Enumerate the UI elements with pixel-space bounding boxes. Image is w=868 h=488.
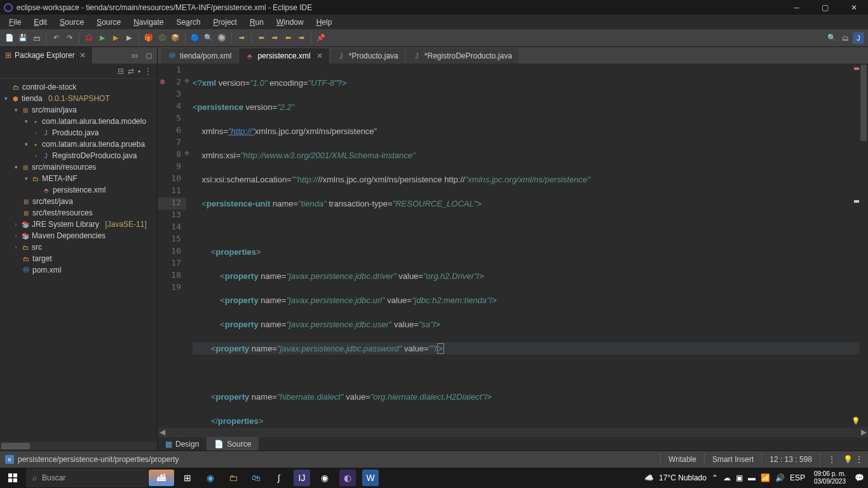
tray-chevron-icon[interactable]: ⌃ <box>712 473 718 482</box>
tree-item-resources[interactable]: src/main/resources <box>32 163 96 172</box>
maximize-button[interactable]: ▢ <box>811 0 839 15</box>
wifi-icon[interactable]: 📶 <box>761 473 770 482</box>
menu-project[interactable]: Project <box>208 16 242 29</box>
design-tab[interactable]: ▦Design <box>158 437 207 451</box>
view-menu-icon[interactable]: ⋮ <box>144 67 152 76</box>
close-button[interactable]: ✕ <box>839 0 868 15</box>
tree-item-tienda[interactable]: tienda <box>22 94 43 103</box>
tree-item-testjava[interactable]: src/test/java <box>32 197 73 206</box>
undo-button[interactable]: ↶ <box>50 32 62 44</box>
search-button[interactable]: 🔍 <box>203 32 214 44</box>
tree-item-target[interactable]: target <box>32 254 52 263</box>
status-more[interactable]: ⋮ <box>855 455 863 464</box>
intellij-icon[interactable]: IJ <box>294 470 310 486</box>
nav-fwd-button[interactable]: ➡ <box>295 32 307 44</box>
taskbar-clock[interactable]: 09:06 p. m. 03/09/2023 <box>810 470 850 485</box>
tip-icon[interactable]: 💡 <box>843 455 853 464</box>
menu-navigate[interactable]: Navigate <box>128 16 168 29</box>
redo-button[interactable]: ↷ <box>64 32 75 44</box>
editor-vscroll[interactable] <box>859 64 868 428</box>
project-tree[interactable]: 🗀control-de-stock ▾⬢tienda 0.0.1-SNAPSHO… <box>0 79 157 442</box>
taskview-icon[interactable]: ⊞ <box>179 470 196 486</box>
close-tab-button[interactable]: ✕ <box>316 51 323 60</box>
menu-file[interactable]: File <box>4 16 26 29</box>
collapse-all-icon[interactable]: ⊟ <box>118 67 124 76</box>
tree-item-jre[interactable]: JRE System Library <box>32 220 99 229</box>
skip-button[interactable]: ➡ <box>236 32 247 44</box>
tab-producto[interactable]: J*Producto.java <box>330 48 405 64</box>
tree-item-control[interactable]: control-de-stock <box>22 83 76 92</box>
pin-button[interactable]: 📌 <box>315 32 327 44</box>
tree-item-src[interactable]: src <box>32 243 42 252</box>
explorer-icon[interactable]: 🗀 <box>225 470 241 486</box>
app-icon[interactable]: ∫ <box>271 470 287 486</box>
notifications-icon[interactable]: 💬 <box>855 473 864 482</box>
menu-run[interactable]: Run <box>245 16 269 29</box>
tab-registro[interactable]: J*RegistroDeProducto.java <box>406 48 519 64</box>
forward-button[interactable]: ➡ <box>269 32 280 44</box>
back-button[interactable]: ⬅ <box>255 32 267 44</box>
tree-item-mavendep[interactable]: Maven Dependencies <box>32 231 105 240</box>
eclipse-taskbar-icon[interactable]: ◐ <box>339 470 356 486</box>
package-explorer-tab[interactable]: ⊞ Package Explorer ✕ <box>0 47 92 64</box>
code-editor[interactable]: <?xml version="1.0" encoding="UTF-8"?> <… <box>186 64 859 428</box>
sidebar-hscroll[interactable] <box>0 442 157 451</box>
tree-item-srcmainjava[interactable]: src/main/java <box>32 105 77 114</box>
menu-edit[interactable]: Edit <box>29 16 52 29</box>
tree-item-pom[interactable]: pom.xml <box>32 266 61 274</box>
new-package-button[interactable]: 📦 <box>170 32 181 44</box>
source-tab[interactable]: 📄Source <box>207 437 259 451</box>
run-last-button[interactable]: ▶ <box>123 32 135 44</box>
line-number-gutter[interactable]: 12345678910111213141516171819 <box>158 64 186 428</box>
new-button[interactable]: 📄 <box>4 32 15 44</box>
menu-source-2[interactable]: Source <box>92 16 126 29</box>
menu-search[interactable]: Search <box>172 16 206 29</box>
filter-icon[interactable]: ▪ <box>138 67 140 76</box>
edge-icon[interactable]: ◉ <box>202 470 219 486</box>
debug-button[interactable]: 🐞 <box>83 32 95 44</box>
meet-icon[interactable]: ▣ <box>736 473 743 482</box>
battery-icon[interactable]: ▬ <box>748 473 756 482</box>
nav-back-button[interactable]: ⬅ <box>282 32 294 44</box>
minimize-button[interactable]: ─ <box>782 0 811 15</box>
open-type-button[interactable]: 🔵 <box>189 32 201 44</box>
breadcrumb[interactable]: persistence/persistence-unit/properties/… <box>18 455 179 464</box>
onedrive-icon[interactable]: ☁ <box>723 473 731 482</box>
start-button[interactable] <box>0 468 25 488</box>
weather-text[interactable]: 17°C Nublado <box>659 473 707 482</box>
tab-persistence[interactable]: ⬘persistence.xml✕ <box>239 48 329 64</box>
run-button[interactable]: ▶ <box>97 32 108 44</box>
tree-item-registro[interactable]: RegistroDeProducto.java <box>52 151 137 160</box>
widgets-icon[interactable]: 🏙 <box>149 470 174 486</box>
quick-search-button[interactable]: 🔍 <box>826 32 837 44</box>
toggle-button[interactable]: 🔘 <box>216 32 227 44</box>
new-class-button[interactable]: Ⓒ <box>156 32 168 44</box>
tree-item-prueba[interactable]: com.latam.alura.tienda.prueba <box>42 140 145 149</box>
chrome-icon[interactable]: ◉ <box>316 470 333 486</box>
tree-item-persistence[interactable]: persistence.xml <box>53 186 105 194</box>
menu-source[interactable]: Source <box>55 16 89 29</box>
menu-window[interactable]: Window <box>271 16 309 29</box>
tree-item-producto[interactable]: Producto.java <box>52 128 98 137</box>
close-view-button[interactable]: ✕ <box>79 51 86 60</box>
taskbar-search[interactable]: ⌕ Buscar <box>26 468 148 487</box>
java-perspective-button[interactable]: J <box>853 32 864 44</box>
save-button[interactable]: 💾 <box>17 32 29 44</box>
perspective-button[interactable]: 🗂 <box>839 32 851 44</box>
tree-item-testres[interactable]: src/test/resources <box>32 208 93 217</box>
link-editor-icon[interactable]: ⇄ <box>128 67 134 76</box>
view-min-button[interactable]: ▭ <box>129 50 140 61</box>
menu-help[interactable]: Help <box>311 16 337 29</box>
editor-hscroll[interactable]: ◀▶ <box>158 428 868 437</box>
store-icon[interactable]: 🛍 <box>248 470 264 486</box>
coverage-button[interactable]: ▶ <box>110 32 121 44</box>
word-icon[interactable]: W <box>362 470 379 486</box>
tree-item-modelo[interactable]: com.latam.alura.tienda.modelo <box>42 117 146 126</box>
tab-pom[interactable]: Ⓜtienda/pom.xml <box>161 48 238 64</box>
tree-item-metainf[interactable]: META-INF <box>42 174 78 183</box>
weather-icon[interactable]: ☁️ <box>644 473 654 482</box>
language-icon[interactable]: ESP <box>790 473 805 482</box>
new-java-button[interactable]: 🎁 <box>143 32 154 44</box>
save-all-button[interactable]: 🗃 <box>31 32 42 44</box>
view-max-button[interactable]: ▢ <box>143 50 154 61</box>
